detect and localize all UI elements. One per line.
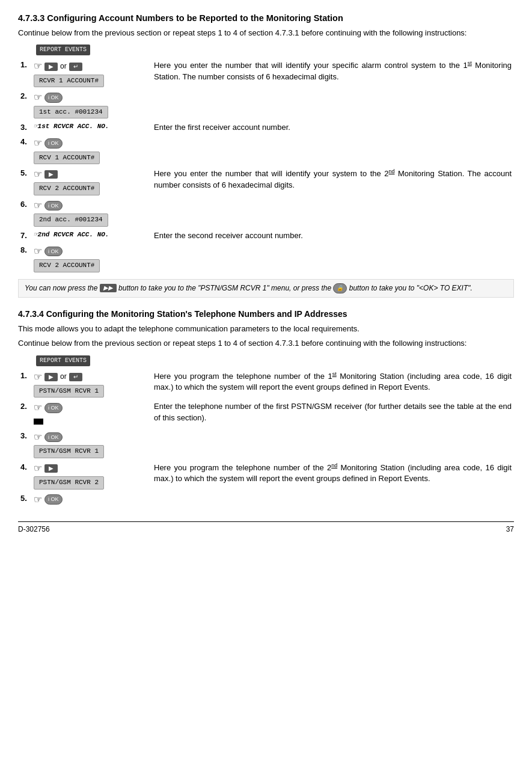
- arrow-right-icon-1[interactable]: ▶: [44, 63, 58, 71]
- step-number-2: 2.: [18, 89, 31, 120]
- step-controls-1: ☞ ▶ or ↵ RCVR 1 ACCOUNT#: [31, 58, 151, 89]
- note-box-section1: You can now press the ▶▶ button to take …: [18, 279, 514, 298]
- rcvr1-account-label: RCVR 1 ACCOUNT#: [34, 75, 104, 87]
- s2-step-controls-3: ☞ i OK PSTN/GSM RCVR 1: [31, 429, 151, 460]
- section-title-4733: 4.7.3.3 Configuring Account Numbers to b…: [18, 12, 514, 24]
- acc2nd-label: 2nd acc. #001234: [34, 213, 108, 226]
- report-events-container: REPORT EVENTS: [36, 43, 514, 55]
- s2-step-controls-1: ☞ ▶ or ↵ PSTN/GSM RCVR 1: [31, 369, 151, 400]
- acc1st-label: 1st acc. #001234: [34, 106, 108, 118]
- step-desc-7: Enter the second receiver account number…: [151, 229, 514, 243]
- report-events-container-2: REPORT EVENTS: [36, 354, 514, 366]
- rcv1-account-label: RCV 1 ACCOUNT#: [34, 152, 100, 164]
- step-controls-4: ☞ i OK RCV 1 ACCOUNT#: [31, 135, 151, 166]
- s2-step-number-3: 3.: [18, 429, 31, 460]
- pstn-rcvr1-b-label: PSTN/GSM RCVR 1: [34, 445, 104, 458]
- table-row: 4. ☞ i OK RCV 1 ACCOUNT#: [18, 135, 514, 166]
- step-number-6: 6.: [18, 197, 31, 229]
- s2-step-desc-3: [151, 429, 514, 460]
- arrow-left-icon-1[interactable]: ↵: [69, 63, 82, 71]
- s2-hand-icon-3: ☞: [34, 431, 42, 444]
- footer-left: D-302756: [18, 524, 50, 535]
- step-desc-8: [151, 243, 514, 274]
- step-number-5: 5.: [18, 166, 31, 197]
- table-row: 1. ☞ ▶ or ↵ RCVR 1 ACCOUNT# Here you ent…: [18, 58, 514, 89]
- table-row: 2. ☞ i OK Enter the telephone number of …: [18, 399, 514, 429]
- s2-hand-icon-5: ☞: [34, 493, 42, 506]
- s2-arrow-right-4[interactable]: ▶: [44, 464, 58, 473]
- s2-arrow-right-1[interactable]: ▶: [44, 373, 58, 381]
- s2-step-controls-4: ☞ ▶ PSTN/GSM RCVR 2: [31, 460, 151, 491]
- step-number-4: 4.: [18, 135, 31, 166]
- section-intro2-4734: Continue below from the previous section…: [18, 338, 514, 349]
- table-row: 7. ☞2nd RCVCR ACC. NO. Enter the second …: [18, 229, 514, 243]
- s2-step-controls-5: ☞ i OK: [31, 491, 151, 509]
- step-controls-6: ☞ i OK 2nd acc. #001234: [31, 197, 151, 229]
- step-number-3: 3.: [18, 120, 31, 135]
- table-row: 2. ☞ i OK 1st acc. #001234: [18, 89, 514, 120]
- step-desc-3: Enter the first receiver account number.: [151, 120, 514, 135]
- section-intro-4733: Continue below from the previous section…: [18, 28, 514, 38]
- hand-icon-8: ☞: [34, 245, 42, 258]
- note-lock-icon[interactable]: 🔒: [333, 283, 347, 293]
- s2-step-number-2: 2.: [18, 399, 31, 429]
- pstn-rcvr2-label: PSTN/GSM RCVR 2: [34, 476, 104, 489]
- s2-step-number-4: 4.: [18, 460, 31, 491]
- footer-right: 37: [506, 524, 514, 535]
- ok-button-4[interactable]: i OK: [44, 138, 63, 149]
- rcvcr-acc-no-1-label: ☞1st RCVCR ACC. NO.: [34, 122, 109, 131]
- section-title-4734: 4.7.3.4 Configuring the Monitoring Stati…: [18, 309, 514, 321]
- step-number-1: 1.: [18, 58, 31, 89]
- table-row: 4. ☞ ▶ PSTN/GSM RCVR 2 Here you program …: [18, 460, 514, 491]
- section-4734: 4.7.3.4 Configuring the Monitoring Stati…: [18, 309, 514, 509]
- step-controls-5: ☞ ▶ RCV 2 ACCOUNT#: [31, 166, 151, 197]
- s2-step-desc-4: Here you program the telephone number of…: [151, 460, 514, 491]
- s2-hand-icon-4: ☞: [34, 462, 42, 475]
- section-4733: 4.7.3.3 Configuring Account Numbers to b…: [18, 12, 514, 298]
- s2-hand-icon-1: ☞: [34, 370, 42, 384]
- note-text: You can now press the ▶▶ button to take …: [25, 284, 472, 292]
- or-text-1: or: [60, 61, 67, 72]
- ok-button-2[interactable]: i OK: [44, 93, 63, 103]
- step-desc-1: Here you enter the number that will iden…: [151, 58, 514, 89]
- step-desc-6: [151, 197, 514, 229]
- s2-step-controls-2: ☞ i OK: [31, 399, 151, 429]
- report-events-button[interactable]: REPORT EVENTS: [36, 45, 90, 55]
- s2-step-desc-1: Here you program the telephone number of…: [151, 369, 514, 400]
- table-row: 3. ☞ i OK PSTN/GSM RCVR 1: [18, 429, 514, 460]
- s2-step-number-5: 5.: [18, 491, 31, 509]
- table-row: 1. ☞ ▶ or ↵ PSTN/GSM RCVR 1 Here you pro…: [18, 369, 514, 400]
- page-footer: D-302756 37: [18, 521, 514, 535]
- pstn-rcvr1-a-label: PSTN/GSM RCVR 1: [34, 385, 104, 398]
- ok-button-8[interactable]: i OK: [44, 247, 63, 257]
- hand-icon-2: ☞: [34, 91, 42, 104]
- hand-icon-4: ☞: [34, 137, 42, 150]
- ok-button-6[interactable]: i OK: [44, 201, 63, 211]
- step-desc-2: [151, 89, 514, 120]
- step-controls-7: ☞2nd RCVCR ACC. NO.: [31, 229, 151, 243]
- step-desc-5: Here you enter the number that will iden…: [151, 166, 514, 197]
- table-row: 5. ☞ i OK: [18, 491, 514, 509]
- rcv2b-account-label: RCV 2 ACCOUNT#: [34, 259, 100, 272]
- s2-arrow-left-1[interactable]: ↵: [69, 373, 82, 381]
- table-row: 5. ☞ ▶ RCV 2 ACCOUNT# Here you enter the…: [18, 166, 514, 197]
- table-row: 8. ☞ i OK RCV 2 ACCOUNT#: [18, 243, 514, 274]
- step-controls-8: ☞ i OK RCV 2 ACCOUNT#: [31, 243, 151, 274]
- s2-hand-icon-2: ☞: [34, 401, 42, 414]
- s2-step-desc-5: [151, 491, 514, 509]
- s2-ok-button-2[interactable]: i OK: [44, 403, 63, 413]
- s2-ok-button-5[interactable]: i OK: [44, 494, 63, 505]
- s2-step-number-1: 1.: [18, 369, 31, 400]
- arrow-right-icon-5[interactable]: ▶: [44, 170, 58, 179]
- hand-icon-5: ☞: [34, 168, 42, 181]
- hand-icon-1: ☞: [34, 60, 42, 73]
- step-controls-3: ☞1st RCVCR ACC. NO.: [31, 120, 151, 135]
- table-row: 6. ☞ i OK 2nd acc. #001234: [18, 197, 514, 229]
- table-row: 3. ☞1st RCVCR ACC. NO. Enter the first r…: [18, 120, 514, 135]
- s2-black-box-2: [34, 419, 43, 425]
- s2-ok-button-3[interactable]: i OK: [44, 432, 63, 443]
- section-intro1-4734: This mode allows you to adapt the teleph…: [18, 324, 514, 334]
- note-arrow-right-icon[interactable]: ▶▶: [100, 284, 117, 292]
- rcv2a-account-label: RCV 2 ACCOUNT#: [34, 182, 100, 195]
- report-events-button-2[interactable]: REPORT EVENTS: [36, 355, 90, 366]
